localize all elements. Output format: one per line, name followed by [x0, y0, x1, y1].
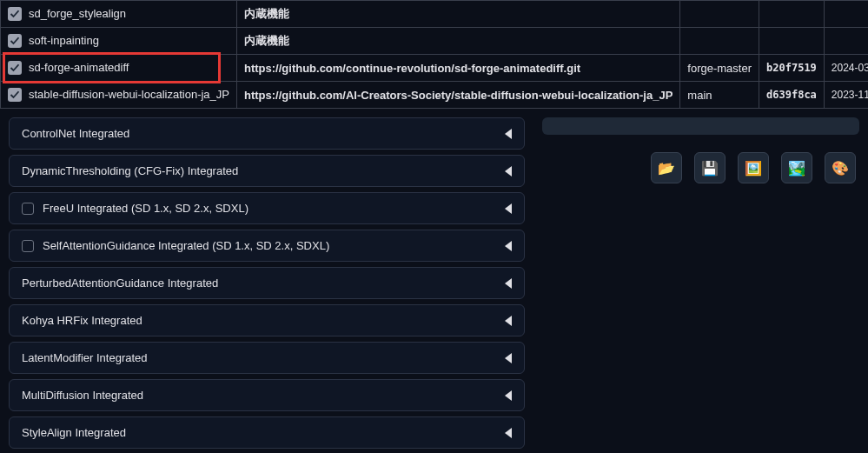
open-folder-button[interactable]: 📂: [651, 152, 682, 183]
extension-url: 内蔵機能: [237, 1, 680, 28]
extension-branch: [680, 1, 759, 28]
extension-date: [824, 1, 868, 28]
extension-checkbox[interactable]: [8, 34, 22, 48]
extension-hash: b20f7519: [759, 55, 825, 82]
extension-date: 2024-03-21 17:39:10: [824, 55, 868, 82]
extension-row: sd-forge-animatediffhttps://github.com/c…: [1, 55, 869, 82]
triangle-left-icon: [505, 353, 512, 363]
extension-url: https://github.com/AI-Creators-Society/s…: [237, 82, 680, 109]
extension-checkbox[interactable]: [8, 61, 22, 75]
accordion-item[interactable]: ControlNet Integrated: [9, 117, 525, 150]
accordion-item[interactable]: LatentModifier Integrated: [9, 342, 525, 374]
extension-url: 内蔵機能: [237, 28, 680, 55]
accordion-label: Kohya HRFix Integrated: [22, 314, 142, 327]
extension-hash: [759, 28, 825, 55]
extension-row: stable-diffusion-webui-localization-ja_J…: [1, 82, 869, 109]
triangle-left-icon: [505, 278, 512, 289]
extension-hash: d639f8ca: [759, 82, 825, 109]
accordion-item[interactable]: SelfAttentionGuidance Integrated (SD 1.x…: [9, 230, 525, 262]
accordion-label: MultiDiffusion Integrated: [22, 389, 143, 402]
accordion-item[interactable]: DynamicThresholding (CFG-Fix) Integrated: [9, 155, 525, 187]
extension-name: sd-forge-animatediff: [29, 61, 129, 74]
extension-date: 2023-11-22 12:02:41: [824, 82, 868, 109]
extension-name-cell: sd-forge-animatediff: [1, 55, 237, 82]
accordion-label: ControlNet Integrated: [22, 127, 129, 140]
accordion-label: LatentModifier Integrated: [22, 351, 148, 364]
accordion-label: SelfAttentionGuidance Integrated (SD 1.x…: [43, 239, 329, 252]
extensions-table: sd_forge_stylealign内蔵機能なしsoft-inpainting…: [0, 0, 868, 109]
image-button-1[interactable]: 🖼️: [738, 152, 769, 183]
accordion-item[interactable]: PerturbedAttentionGuidance Integrated: [9, 267, 525, 299]
save-button[interactable]: 💾: [694, 152, 726, 183]
triangle-left-icon: [505, 241, 512, 251]
triangle-left-icon: [505, 316, 512, 326]
extension-hash: [759, 1, 825, 28]
lower-area: ControlNet IntegratedDynamicThresholding…: [0, 109, 868, 453]
icon-toolbar: 📂 💾 🖼️ 🏞️ 🎨: [542, 152, 859, 183]
extension-branch: forge-master: [680, 55, 759, 82]
extension-name-cell: soft-inpainting: [1, 28, 237, 55]
image-button-2[interactable]: 🏞️: [781, 152, 812, 183]
palette-icon: 🎨: [832, 160, 849, 177]
folder-icon: 📂: [658, 160, 675, 177]
accordion-item[interactable]: FreeU Integrated (SD 1.x, SD 2.x, SDXL): [9, 192, 525, 224]
extension-name-cell: sd_forge_stylealign: [1, 1, 237, 28]
extension-row: sd_forge_stylealign内蔵機能なし: [1, 1, 869, 28]
triangle-left-icon: [505, 129, 512, 139]
triangle-left-icon: [505, 428, 512, 438]
accordion-checkbox[interactable]: [22, 240, 34, 252]
triangle-left-icon: [505, 166, 512, 177]
extension-url: https://github.com/continue-revolution/s…: [237, 55, 680, 82]
extension-name: sd_forge_stylealign: [29, 7, 126, 20]
triangle-left-icon: [505, 390, 512, 401]
extension-checkbox[interactable]: [8, 88, 22, 102]
palette-button[interactable]: 🎨: [825, 152, 856, 183]
extension-row: soft-inpainting内蔵機能なし: [1, 28, 869, 55]
accordion-label: DynamicThresholding (CFG-Fix) Integrated: [22, 164, 238, 177]
accordion-item[interactable]: Kohya HRFix Integrated: [9, 304, 525, 336]
right-column: 📂 💾 🖼️ 🏞️ 🎨: [533, 117, 868, 453]
extension-branch: [680, 28, 759, 55]
extension-checkbox[interactable]: [8, 7, 22, 21]
landscape-icon: 🏞️: [788, 160, 805, 177]
accordion-label: FreeU Integrated (SD 1.x, SD 2.x, SDXL): [43, 202, 248, 215]
accordion-item[interactable]: StyleAlign Integrated: [9, 416, 525, 449]
save-icon: 💾: [701, 160, 719, 177]
accordion-label: StyleAlign Integrated: [22, 426, 126, 439]
accordion-label: PerturbedAttentionGuidance Integrated: [22, 276, 218, 290]
extension-name: soft-inpainting: [29, 34, 99, 47]
accordion-item[interactable]: MultiDiffusion Integrated: [9, 379, 525, 411]
right-panel-placeholder: [542, 117, 859, 135]
accordion-checkbox[interactable]: [22, 203, 34, 215]
extension-date: [824, 28, 868, 55]
left-column: ControlNet IntegratedDynamicThresholding…: [0, 117, 533, 453]
extension-name-cell: stable-diffusion-webui-localization-ja_J…: [1, 82, 237, 109]
triangle-left-icon: [505, 203, 512, 214]
extension-name: stable-diffusion-webui-localization-ja_J…: [29, 88, 229, 101]
image-icon: 🖼️: [745, 160, 762, 177]
extension-branch: main: [680, 82, 759, 109]
